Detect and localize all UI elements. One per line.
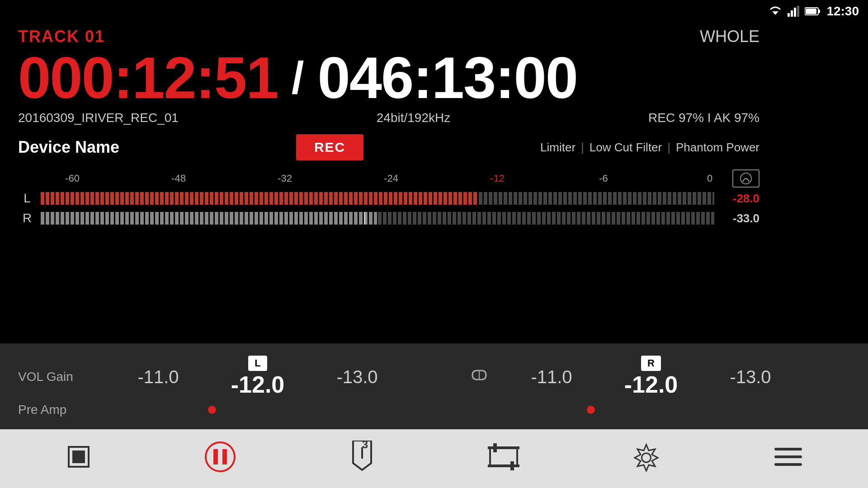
status-bar: 12:30 xyxy=(732,0,868,23)
file-info-row: 20160309_IRIVER_REC_01 24bit/192kHz REC … xyxy=(18,111,850,125)
timer-row: 000:12:51 / 046:13:00 xyxy=(18,48,850,107)
feature-labels: Limiter | Low Cut Filter | Phantom Power xyxy=(540,141,760,155)
timer-divider: / xyxy=(292,52,304,104)
scale-neg32: -32 xyxy=(271,173,298,184)
settings-icon xyxy=(632,442,661,475)
svg-rect-2 xyxy=(791,10,793,17)
scale-neg24: -24 xyxy=(377,173,405,184)
phantom-power-label[interactable]: Phantom Power xyxy=(676,141,760,155)
vu-scale-marks: -60 -48 -32 -24 -12 -6 0 xyxy=(54,173,728,184)
svg-rect-20 xyxy=(510,461,514,470)
svg-marker-0 xyxy=(772,11,778,15)
scale-neg12: -12 xyxy=(484,173,511,184)
vol-gain-left-active: -12.0 xyxy=(208,371,307,398)
trim-icon xyxy=(488,443,519,474)
svg-rect-13 xyxy=(213,449,218,465)
menu-icon xyxy=(774,445,803,473)
vu-value-l: -28.0 xyxy=(719,192,760,206)
settings-button[interactable] xyxy=(632,442,661,475)
menu-button[interactable] xyxy=(774,445,803,473)
pause-icon xyxy=(204,441,236,476)
device-name: Device Name xyxy=(18,138,119,157)
vol-gain-badge-r: R xyxy=(641,356,661,371)
vol-gain-label: VOL Gain xyxy=(18,370,108,384)
stop-icon xyxy=(65,443,92,474)
signal-icon xyxy=(788,6,799,17)
svg-rect-11 xyxy=(72,450,85,463)
main-recording-area: TRACK 01 WHOLE 000:12:51 / 046:13:00 201… xyxy=(0,27,868,258)
preamp-dot-left xyxy=(208,406,216,414)
scale-zero: 0 xyxy=(696,173,723,184)
vu-label-r: R xyxy=(18,211,36,225)
vu-bar-l xyxy=(41,190,714,206)
preamp-dots xyxy=(108,406,850,414)
preamp-row: Pre Amp xyxy=(18,403,850,417)
whole-label: WHOLE xyxy=(700,27,760,46)
vol-gain-left-minus13: -13.0 xyxy=(307,367,407,387)
limiter-label[interactable]: Limiter xyxy=(540,141,576,155)
preamp-dot-right xyxy=(587,406,595,414)
svg-rect-1 xyxy=(788,13,790,17)
svg-point-22 xyxy=(642,453,651,462)
vu-section: L -60 -48 -32 -24 -12 -6 0 L xyxy=(18,169,850,226)
file-name: 20160309_IRIVER_REC_01 xyxy=(18,111,179,125)
timer-current: 000:12:51 xyxy=(18,48,278,107)
vol-gain-right-minus13: -13.0 xyxy=(701,367,800,387)
vu-bar-r xyxy=(41,210,714,226)
vu-scale: L -60 -48 -32 -24 -12 -6 0 xyxy=(18,169,760,188)
timer-total: 046:13:00 xyxy=(317,48,577,107)
scale-neg6: -6 xyxy=(590,173,617,184)
trim-button[interactable] xyxy=(488,443,519,474)
wifi-icon xyxy=(769,6,782,17)
vol-gain-right-active: -12.0 xyxy=(601,371,701,398)
vol-gain-left-minus11: -11.0 xyxy=(108,367,208,387)
svg-rect-4 xyxy=(797,6,799,17)
bottom-toolbar: 3 xyxy=(0,429,868,488)
vu-row-l: L xyxy=(18,190,760,206)
stop-button[interactable] xyxy=(65,443,92,474)
vu-value-r: -33.0 xyxy=(719,211,760,225)
bottom-panel: VOL Gain -11.0 L -12.0 -13.0 xyxy=(0,343,868,429)
rec-button[interactable]: REC xyxy=(296,134,363,160)
svg-rect-3 xyxy=(794,8,796,17)
pause-button[interactable] xyxy=(204,441,236,476)
file-format: 24bit/192kHz xyxy=(377,111,450,125)
controls-row: Device Name REC Limiter | Low Cut Filter… xyxy=(18,134,850,160)
scale-neg60: -60 xyxy=(59,173,86,184)
svg-rect-7 xyxy=(806,9,816,14)
svg-marker-21 xyxy=(635,445,658,471)
scale-neg48: -48 xyxy=(165,173,192,184)
marker-button[interactable]: 3 xyxy=(349,441,376,477)
marker-badge: 3 xyxy=(362,438,378,451)
vol-gain-right-minus11: -11.0 xyxy=(502,367,601,387)
low-cut-filter-label[interactable]: Low Cut Filter xyxy=(590,141,662,155)
link-icon[interactable] xyxy=(457,366,502,388)
vu-icon xyxy=(732,169,760,188)
track-name: TRACK 01 xyxy=(18,27,105,46)
preamp-label: Pre Amp xyxy=(18,403,108,417)
status-time: 12:30 xyxy=(826,4,859,19)
svg-rect-19 xyxy=(493,443,497,452)
svg-rect-6 xyxy=(818,9,820,13)
svg-rect-14 xyxy=(222,449,227,465)
vol-gain-badge-l: L xyxy=(248,356,267,371)
vu-label-l: L xyxy=(18,191,36,206)
rec-status: REC 97% I AK 97% xyxy=(648,111,760,125)
battery-icon xyxy=(805,6,821,16)
vu-row-r: R - xyxy=(18,210,760,226)
svg-point-12 xyxy=(206,442,235,471)
vol-gain-row: VOL Gain -11.0 L -12.0 -13.0 xyxy=(18,356,850,398)
track-header: TRACK 01 WHOLE xyxy=(18,27,850,46)
